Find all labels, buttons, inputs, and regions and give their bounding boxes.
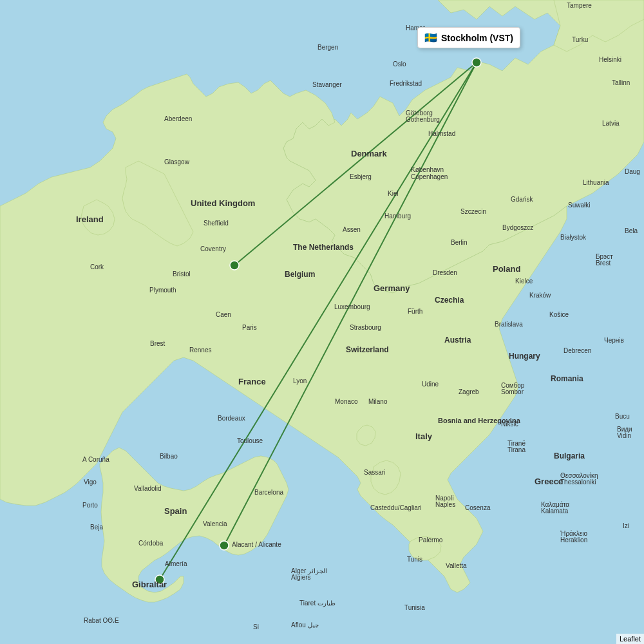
svg-text:Valladolid: Valladolid [134, 485, 162, 492]
svg-text:Bilbao: Bilbao [160, 453, 178, 460]
svg-point-15 [220, 541, 229, 550]
svg-text:Lithuania: Lithuania [583, 179, 609, 186]
svg-text:Bordeaux: Bordeaux [218, 415, 245, 422]
svg-text:Heraklion: Heraklion [560, 536, 587, 544]
svg-text:Kalamata: Kalamata [541, 507, 569, 515]
svg-text:Belgium: Belgium [285, 270, 315, 279]
svg-text:Bucu: Bucu [615, 413, 630, 420]
svg-text:Fürth: Fürth [408, 308, 422, 315]
svg-text:Barcelona: Barcelona [254, 489, 283, 496]
svg-text:Assen: Assen [343, 226, 361, 233]
map-svg: Tampere Hamar Bergen Oslo Turku Helsinki… [0, 0, 644, 644]
svg-text:Turku: Turku [572, 36, 588, 43]
svg-text:Paris: Paris [242, 324, 257, 331]
svg-text:Fredrikstad: Fredrikstad [390, 80, 422, 87]
svg-text:Tampere: Tampere [567, 2, 592, 9]
svg-text:Lyon: Lyon [293, 377, 307, 384]
svg-text:Bratislava: Bratislava [495, 321, 523, 328]
svg-text:Córdoba: Córdoba [138, 540, 164, 547]
svg-text:Debrecen: Debrecen [564, 347, 591, 354]
svg-text:Tirana: Tirana [507, 446, 526, 453]
svg-point-14 [230, 261, 239, 270]
svg-text:Stavanger: Stavanger [312, 81, 342, 88]
svg-text:København: København [411, 166, 444, 173]
svg-point-13 [472, 58, 481, 67]
svg-text:Kraków: Kraków [529, 292, 551, 299]
leaflet-attribution: Leaflet [616, 634, 644, 644]
svg-text:Kielce: Kielce [515, 278, 533, 285]
svg-text:Czechia: Czechia [435, 296, 464, 305]
svg-text:Izi: Izi [623, 522, 629, 529]
svg-text:Tallinn: Tallinn [612, 79, 630, 86]
svg-text:Caen: Caen [216, 311, 231, 318]
svg-text:Bela: Bela [625, 227, 638, 234]
svg-text:Plymouth: Plymouth [149, 287, 176, 294]
svg-text:Udine: Udine [422, 381, 439, 388]
svg-text:Austria: Austria [444, 336, 471, 345]
sweden-flag: 🇸🇪 [424, 32, 437, 44]
svg-text:Copenhagen: Copenhagen [411, 173, 448, 180]
svg-text:Denmark: Denmark [351, 149, 387, 158]
svg-text:Coventry: Coventry [200, 245, 226, 252]
svg-text:The Netherlands: The Netherlands [293, 243, 354, 252]
svg-text:Luxembourg: Luxembourg [334, 303, 370, 310]
svg-text:Bristol: Bristol [173, 270, 191, 278]
svg-text:Greece: Greece [535, 477, 563, 486]
svg-text:Alacant / Alicante: Alacant / Alicante [232, 541, 281, 548]
svg-text:Toulouse: Toulouse [237, 437, 263, 444]
svg-text:Vigo: Vigo [84, 478, 97, 486]
svg-text:Daug: Daug [625, 168, 640, 175]
svg-text:Aflou جيل: Aflou جيل [291, 621, 319, 629]
svg-text:Dresden: Dresden [433, 269, 457, 276]
svg-text:Suwałki: Suwałki [568, 202, 590, 209]
svg-text:Spain: Spain [164, 506, 187, 516]
svg-text:Чернів: Чернів [604, 337, 624, 344]
svg-text:Strasbourg: Strasbourg [350, 324, 381, 331]
svg-text:Glasgow: Glasgow [164, 158, 190, 166]
stockholm-tooltip: 🇸🇪 Stockholm (VST) [417, 27, 520, 48]
svg-text:Berlin: Berlin [451, 239, 468, 246]
svg-text:Tiaret طيارت: Tiaret طيارت [299, 600, 336, 607]
svg-text:A Coruña: A Coruña [82, 456, 109, 463]
svg-text:Bergen: Bergen [317, 44, 338, 51]
svg-text:Milano: Milano [368, 398, 388, 405]
svg-text:France: France [238, 377, 266, 386]
svg-text:Si: Si [253, 623, 259, 630]
svg-text:Cork: Cork [90, 263, 104, 270]
svg-text:Latvia: Latvia [602, 120, 620, 127]
svg-text:Switzerland: Switzerland [346, 345, 389, 354]
svg-text:Poland: Poland [493, 264, 520, 274]
svg-text:Naples: Naples [435, 501, 455, 508]
svg-text:Bulgaria: Bulgaria [554, 451, 585, 460]
svg-text:Oslo: Oslo [393, 61, 406, 68]
svg-text:Monaco: Monaco [335, 398, 358, 405]
svg-text:Brest: Brest [596, 260, 611, 267]
tooltip-label: Stockholm (VST) [441, 33, 513, 43]
svg-text:Gothenburg: Gothenburg [406, 116, 440, 123]
svg-text:Palermo: Palermo [419, 536, 443, 544]
svg-text:Porto: Porto [82, 502, 98, 509]
svg-text:Bydgoszcz: Bydgoszcz [502, 224, 533, 231]
svg-text:Brest: Brest [150, 340, 166, 347]
svg-text:Esbjerg: Esbjerg [350, 173, 372, 180]
svg-text:Tunisia: Tunisia [404, 604, 425, 611]
svg-text:Rabat OΘ،E: Rabat OΘ،E [84, 617, 119, 624]
svg-text:Rennes: Rennes [189, 346, 211, 354]
map-container: Tampere Hamar Bergen Oslo Turku Helsinki… [0, 0, 644, 644]
svg-text:Kiel: Kiel [388, 190, 399, 197]
svg-text:Szczecin: Szczecin [460, 208, 486, 215]
svg-text:Cosenza: Cosenza [465, 504, 491, 511]
svg-text:Sheffield: Sheffield [204, 220, 229, 227]
svg-text:Romania: Romania [551, 374, 583, 383]
svg-text:Hungary: Hungary [509, 352, 540, 361]
svg-text:Gdańsk: Gdańsk [511, 196, 533, 203]
svg-text:Gibraltar: Gibraltar [132, 580, 167, 589]
svg-text:Vidin: Vidin [617, 432, 631, 439]
svg-text:Tunis: Tunis [407, 556, 422, 563]
svg-text:Halmstad: Halmstad [428, 130, 455, 137]
svg-text:Helsinki: Helsinki [599, 56, 621, 63]
svg-text:Almería: Almería [165, 560, 187, 567]
svg-text:United Kingdom: United Kingdom [191, 198, 255, 208]
svg-text:Germany: Germany [374, 283, 410, 293]
svg-text:Ireland: Ireland [76, 214, 104, 224]
